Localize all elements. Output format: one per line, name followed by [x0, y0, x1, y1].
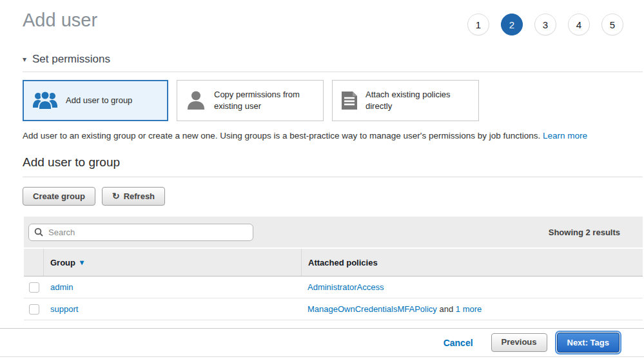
group-link[interactable]: support [50, 304, 78, 314]
option-label: Attach existing policies directly [366, 89, 471, 112]
create-group-label: Create group [33, 192, 85, 201]
row-checkbox-cell [24, 277, 44, 298]
search-input[interactable] [47, 227, 248, 238]
refresh-button[interactable]: ↻ Refresh [102, 187, 165, 206]
table-row: supportManageOwnCredentialsMFAPolicy and… [24, 298, 643, 320]
group-icon [32, 90, 59, 111]
option-copy-permissions[interactable]: Copy permissions from existing user [177, 80, 324, 121]
step-3: 3 [534, 14, 556, 35]
policy-text: and [437, 304, 456, 314]
refresh-icon: ↻ [112, 191, 120, 201]
document-icon [340, 90, 358, 111]
step-5: 5 [601, 14, 623, 35]
previous-label: Previous [502, 338, 537, 347]
group-link[interactable]: admin [50, 282, 73, 292]
option-label: Add user to group [66, 95, 132, 106]
groups-table: Showing 2 results Group ▾ Attached polic… [24, 217, 643, 320]
policies-cell: AdministratorAccess [301, 277, 643, 298]
policy-link[interactable]: 1 more [456, 304, 482, 314]
page-title: Add user [23, 9, 97, 32]
table-row: adminAdministratorAccess [24, 277, 643, 298]
create-group-button[interactable]: Create group [23, 187, 95, 206]
row-checkbox[interactable] [29, 304, 39, 315]
refresh-label: Refresh [124, 192, 155, 201]
sort-desc-icon: ▾ [80, 258, 84, 267]
group-cell: admin [44, 282, 301, 292]
table-toolbar: Showing 2 results [24, 217, 643, 247]
step-indicator: 12345 [467, 14, 623, 35]
row-checkbox[interactable] [29, 282, 39, 293]
group-description: Add user to an existing group or create … [23, 131, 643, 141]
option-attach-policies[interactable]: Attach existing policies directly [332, 80, 479, 121]
results-count: Showing 2 results [549, 228, 620, 237]
step-2: 2 [501, 14, 523, 35]
policy-link[interactable]: AdministratorAccess [307, 282, 384, 292]
page-header: Add user 12345 [0, 0, 644, 35]
user-icon [185, 90, 207, 111]
add-user-to-group-title: Add user to group [23, 155, 643, 177]
policies-column-label: Attached policies [308, 258, 378, 267]
header-group-column[interactable]: Group ▾ [44, 258, 301, 267]
group-column-label: Group [50, 258, 75, 267]
collapse-icon: ▾ [23, 55, 26, 64]
option-label: Copy permissions from existing user [214, 89, 315, 112]
header-checkbox-cell [24, 249, 44, 276]
set-permissions-title: Set permissions [32, 53, 110, 66]
permission-option-cards: Add user to group Copy permissions from … [23, 80, 644, 121]
set-permissions-header[interactable]: ▾ Set permissions [23, 53, 643, 72]
search-box[interactable] [28, 224, 253, 241]
next-tags-button[interactable]: Next: Tags [557, 333, 620, 353]
learn-more-link[interactable]: Learn more [543, 131, 587, 141]
description-text: Add user to an existing group or create … [23, 131, 540, 141]
wizard-footer: Cancel Previous Next: Tags [0, 328, 644, 357]
step-4: 4 [568, 14, 590, 35]
previous-button[interactable]: Previous [491, 333, 547, 351]
step-1: 1 [467, 14, 489, 35]
group-cell: support [44, 304, 301, 314]
cancel-button[interactable]: Cancel [444, 338, 473, 348]
policy-link[interactable]: ManageOwnCredentialsMFAPolicy [307, 304, 437, 314]
header-policies-column: Attached policies [301, 249, 643, 276]
group-table-body: adminAdministratorAccesssupportManageOwn… [24, 277, 643, 320]
option-add-user-to-group[interactable]: Add user to group [23, 80, 168, 121]
table-header-row: Group ▾ Attached policies [24, 249, 643, 277]
row-checkbox-cell [24, 298, 44, 320]
policies-cell: ManageOwnCredentialsMFAPolicy and 1 more [301, 298, 643, 320]
search-icon [34, 228, 43, 237]
